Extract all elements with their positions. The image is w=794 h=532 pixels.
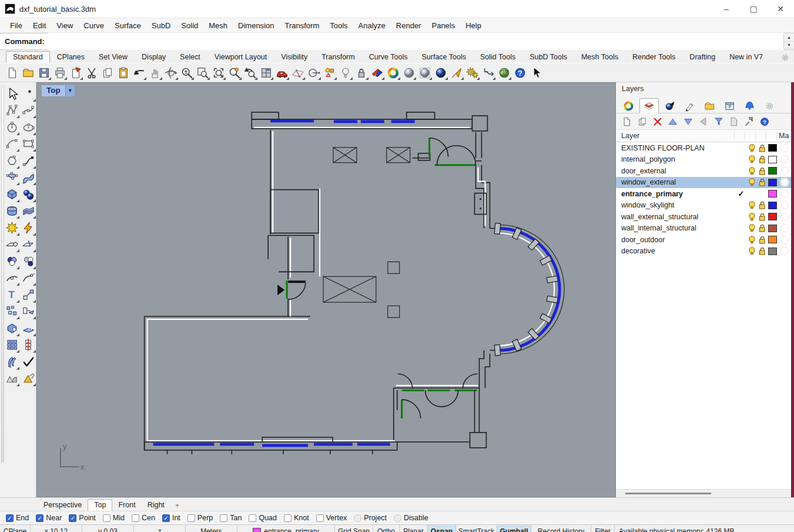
trim-tool-icon[interactable] — [4, 236, 20, 253]
tab-options-gear-icon[interactable] — [780, 52, 790, 63]
layer-name[interactable]: internal_polygon — [616, 155, 735, 163]
copy-icon[interactable] — [99, 65, 115, 81]
shaded-display-icon[interactable] — [401, 65, 417, 81]
menu-tools[interactable]: Tools — [324, 19, 353, 32]
select-tool-icon[interactable] — [4, 85, 20, 102]
layer-material-icon[interactable] — [778, 144, 791, 152]
tab-render-tools[interactable]: Render Tools — [625, 51, 682, 63]
layer-material-icon[interactable] — [778, 247, 791, 255]
layer-lock-icon[interactable] — [757, 213, 767, 221]
point-tool-icon[interactable] — [21, 85, 36, 102]
panel-tab-settings[interactable] — [761, 99, 779, 113]
layer-color-swatch[interactable] — [767, 144, 778, 152]
layer-name[interactable]: wall_external_structural — [616, 213, 735, 221]
status-filter[interactable]: Filter — [591, 525, 615, 532]
osnap-knot[interactable]: Knot — [284, 514, 309, 522]
flat-shade-icon[interactable] — [448, 65, 464, 81]
layer-visibility-bulb-icon[interactable] — [747, 167, 757, 175]
earth-anchor-icon[interactable] — [496, 65, 512, 81]
help-icon[interactable]: ? — [758, 115, 770, 128]
menu-mesh[interactable]: Mesh — [203, 19, 233, 32]
status-x-10-12[interactable]: x 10.12 — [31, 525, 82, 532]
status-osnap[interactable]: Osnap — [428, 525, 456, 532]
layer-color-swatch[interactable] — [767, 225, 778, 232]
panel-tab-notifications[interactable] — [741, 99, 759, 113]
layer-lock-icon[interactable] — [757, 247, 767, 255]
osnap-tan[interactable]: Tan — [220, 514, 242, 522]
command-history-spinner[interactable]: ▲ ▼ — [783, 34, 794, 49]
layer-visibility-bulb-icon[interactable] — [747, 224, 757, 232]
layer-visibility-bulb-icon[interactable] — [747, 144, 757, 152]
paste-icon[interactable] — [115, 65, 131, 81]
layer-material-icon[interactable] — [778, 201, 791, 209]
menu-view[interactable]: View — [51, 19, 78, 32]
viewport-top[interactable]: Top ▼ — [36, 82, 616, 497]
tab-transform[interactable]: Transform — [314, 51, 362, 63]
dimension-tool-icon[interactable] — [21, 370, 36, 387]
osnap-quad[interactable]: Quad — [249, 514, 277, 522]
layer-color-swatch[interactable] — [767, 190, 778, 198]
viewport-title-chip[interactable]: Top ▼ — [42, 85, 75, 96]
checkbox-disable[interactable] — [394, 514, 401, 522]
osnap-near[interactable]: ✓Near — [36, 514, 62, 522]
collapse-icon[interactable] — [697, 115, 709, 128]
pan-view-icon[interactable] — [147, 65, 163, 81]
layer-material-icon[interactable] — [778, 224, 791, 232]
layer-visibility-bulb-icon[interactable] — [747, 201, 757, 209]
add-viewport-button[interactable]: + — [170, 500, 184, 511]
layer-visibility-bulb-icon[interactable] — [747, 247, 757, 255]
status-ortho[interactable]: Ortho — [373, 525, 400, 532]
layer-row-wall-external-structural[interactable]: wall_external_structural — [616, 211, 791, 223]
lock-object-icon[interactable] — [353, 65, 369, 81]
osnap-vertex[interactable]: Vertex — [316, 514, 347, 522]
tab-drafting[interactable]: Drafting — [682, 51, 722, 63]
polygon-tool-icon[interactable] — [4, 152, 20, 169]
pointer-icon[interactable] — [528, 65, 544, 81]
set-circle-icon[interactable] — [306, 65, 321, 81]
checkbox-project[interactable] — [354, 514, 361, 522]
zoom-selected-icon[interactable] — [226, 65, 242, 81]
minimize-button[interactable]: – — [713, 0, 740, 18]
array-tool-icon[interactable] — [4, 337, 20, 354]
surface-points-tool-icon[interactable] — [4, 169, 20, 186]
surface-tools-tool-icon[interactable] — [21, 203, 36, 220]
current-layer-check[interactable]: ✓ — [735, 189, 747, 198]
checkbox-cen[interactable] — [132, 514, 139, 522]
display-color-icon[interactable] — [385, 65, 401, 81]
panel-tab-annotate[interactable] — [681, 99, 699, 113]
layer-color-swatch[interactable] — [767, 236, 778, 243]
column-material[interactable]: Ma — [776, 132, 791, 140]
layer-row-internal-polygon[interactable]: internal_polygon — [616, 154, 791, 166]
layer-material-icon[interactable] — [778, 190, 791, 198]
layer-visibility-bulb-icon[interactable] — [747, 155, 757, 163]
layer-name[interactable]: door_external — [616, 167, 735, 175]
match-layer-icon[interactable] — [728, 115, 740, 128]
status-gumball[interactable]: Gumball — [497, 525, 531, 532]
status-record-history[interactable]: Record History — [531, 525, 591, 532]
move-tool-icon[interactable] — [21, 286, 36, 303]
sphere-tool-icon[interactable] — [21, 186, 36, 203]
layer-row-entrance-primary[interactable]: entrance_primary✓ — [616, 188, 791, 200]
layer-visibility-bulb-icon[interactable] — [747, 213, 757, 221]
named-view-icon[interactable] — [274, 65, 290, 81]
spin-down-icon[interactable]: ▼ — [784, 42, 794, 49]
status-grid-snap[interactable]: Grid Snap — [335, 525, 373, 532]
status-meters[interactable]: Meters — [186, 525, 237, 532]
extrude-tool-icon[interactable] — [21, 320, 36, 337]
layer-material-icon[interactable] — [778, 167, 791, 175]
layer-lock-icon[interactable] — [757, 155, 767, 163]
open-file-icon[interactable] — [20, 65, 36, 81]
menu-render[interactable]: Render — [391, 19, 427, 32]
layer-lock-icon[interactable] — [757, 224, 767, 232]
curve-handles-tool-icon[interactable] — [21, 152, 36, 169]
panel-tab-help-panel[interactable]: ? — [721, 99, 739, 113]
status-planar[interactable]: Planar — [400, 525, 428, 532]
array-linear-tool-icon[interactable] — [21, 337, 36, 354]
layer-name[interactable]: wall_internal_structural — [616, 224, 735, 232]
osnap-point[interactable]: ✓Point — [69, 514, 96, 522]
tab-cplanes[interactable]: CPlanes — [50, 51, 92, 63]
status-y-0-03[interactable]: y 0.03 — [82, 525, 134, 532]
osnap-cen[interactable]: Cen — [132, 514, 155, 522]
tab-display[interactable]: Display — [135, 51, 173, 63]
record-history-icon[interactable] — [480, 65, 496, 81]
